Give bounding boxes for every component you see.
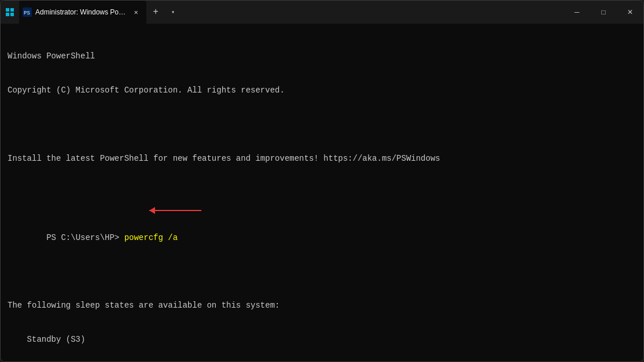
- window-controls: ─ □ ✕: [564, 1, 643, 24]
- new-tab-button[interactable]: +: [146, 3, 165, 21]
- svg-rect-2: [6, 13, 9, 16]
- minimize-button[interactable]: ─: [564, 1, 590, 24]
- svg-rect-3: [10, 13, 14, 16]
- terminal-output: Windows PowerShell Copyright (C) Microso…: [8, 28, 636, 361]
- tab-close-button[interactable]: ✕: [130, 6, 142, 18]
- terminal-window: PS Administrator: Windows Powe ✕ + ▾ ─ □…: [0, 0, 644, 362]
- output-line-7: Standby (S3): [8, 334, 636, 346]
- active-tab[interactable]: PS Administrator: Windows Powe ✕: [19, 1, 146, 24]
- prompt1: PS C:\Users\HP>: [46, 233, 124, 242]
- tab-title: Administrator: Windows Powe: [35, 8, 127, 16]
- output-line-4: Install the latest PowerShell for new fe…: [8, 153, 636, 165]
- close-button[interactable]: ✕: [617, 1, 643, 24]
- command1: powercfg /a: [124, 233, 178, 242]
- svg-marker-7: [149, 207, 155, 214]
- window-system-icon: [1, 1, 19, 24]
- maximize-button[interactable]: □: [590, 1, 617, 24]
- titlebar: PS Administrator: Windows Powe ✕ + ▾ ─ □…: [1, 1, 643, 24]
- prompt-line-1: PS C:\Users\HP> powercfg /a: [8, 221, 636, 278]
- output-line-2: Copyright (C) Microsoft Corporation. All…: [8, 85, 636, 97]
- tab-strip: PS Administrator: Windows Powe ✕ + ▾: [1, 1, 564, 24]
- powershell-tab-icon: PS: [23, 8, 32, 17]
- tab-dropdown-button[interactable]: ▾: [165, 4, 181, 20]
- output-line-1: Windows PowerShell: [8, 51, 636, 62]
- svg-text:PS: PS: [24, 10, 30, 16]
- svg-rect-1: [10, 8, 14, 12]
- output-line-3: [8, 119, 636, 131]
- terminal-body[interactable]: Windows PowerShell Copyright (C) Microso…: [1, 24, 643, 361]
- output-line-6: The following sleep states are available…: [8, 300, 636, 312]
- svg-rect-0: [6, 8, 9, 12]
- output-line-5: [8, 187, 636, 198]
